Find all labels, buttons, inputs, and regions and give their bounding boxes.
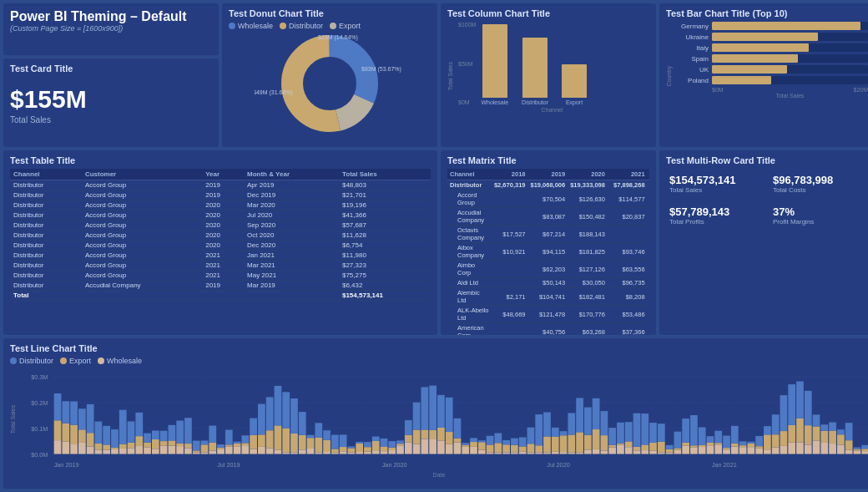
multirow-title: Test Multi-Row Card Title bbox=[666, 155, 868, 165]
matrix-header-row: Channel 2018 2019 2020 2021 Total bbox=[447, 169, 649, 180]
svg-rect-303 bbox=[820, 424, 828, 431]
hbar-fill-italy bbox=[712, 43, 809, 52]
svg-rect-105 bbox=[282, 392, 290, 428]
multirow-value-2: $57,789,143 bbox=[669, 205, 761, 218]
svg-text:$83M (53.67%): $83M (53.67%) bbox=[361, 66, 401, 73]
hbar-track-poland bbox=[712, 76, 868, 84]
svg-rect-91 bbox=[250, 449, 257, 454]
svg-rect-86 bbox=[234, 444, 241, 446]
svg-rect-178 bbox=[487, 452, 494, 454]
svg-rect-44 bbox=[119, 444, 127, 448]
table-row: DistributorAccord Group2021May 2021$75,2… bbox=[10, 271, 431, 281]
svg-rect-276 bbox=[747, 442, 754, 444]
svg-rect-151 bbox=[413, 444, 421, 454]
th-total-sales: Total Sales bbox=[339, 169, 431, 180]
svg-rect-67 bbox=[184, 448, 192, 454]
svg-rect-309 bbox=[837, 429, 845, 434]
svg-rect-197 bbox=[535, 445, 542, 452]
svg-rect-42 bbox=[111, 429, 119, 448]
svg-rect-148 bbox=[405, 443, 412, 454]
svg-rect-264 bbox=[714, 431, 722, 444]
table-row: DistributorAccord Group2020Oct 2020$11,6… bbox=[10, 231, 431, 241]
svg-rect-302 bbox=[820, 431, 828, 443]
svg-rect-45 bbox=[119, 410, 127, 444]
svg-rect-292 bbox=[796, 442, 804, 454]
svg-rect-54 bbox=[144, 434, 151, 443]
svg-rect-205 bbox=[560, 452, 568, 454]
data-table: Channel Customer Year Month & Year Total… bbox=[10, 169, 431, 301]
table-row: DistributorAccudial Company2019Mar 2019$… bbox=[10, 281, 431, 291]
legend-dot-export bbox=[330, 23, 336, 29]
svg-rect-286 bbox=[780, 446, 788, 454]
svg-rect-267 bbox=[723, 436, 730, 449]
svg-rect-239 bbox=[649, 443, 657, 450]
multirow-label-0: Total Sales bbox=[669, 186, 761, 194]
matrix-scroll[interactable]: Channel 2018 2019 2020 2021 Total Distri… bbox=[447, 169, 649, 335]
table-row: DistributorAccord Group2020Sep 2020$57,6… bbox=[10, 221, 431, 231]
column-x-label: Channel bbox=[455, 107, 649, 113]
svg-rect-29 bbox=[78, 429, 86, 443]
svg-rect-180 bbox=[487, 436, 494, 445]
svg-rect-184 bbox=[502, 452, 510, 454]
donut-svg: $49M (31.68%) $83M (53.67%) $23M (14.64%… bbox=[255, 29, 405, 138]
svg-rect-301 bbox=[820, 443, 828, 454]
svg-rect-82 bbox=[225, 446, 233, 454]
svg-rect-156 bbox=[421, 387, 429, 429]
svg-rect-153 bbox=[413, 403, 421, 430]
hbar-fill-poland bbox=[712, 76, 771, 84]
svg-rect-137 bbox=[372, 441, 380, 450]
svg-rect-183 bbox=[494, 433, 502, 443]
bar-chart-area: Country Germany Ukraine Italy Spain bbox=[666, 22, 868, 130]
table-row: DistributorAccord Group2020Jul 2020$41,3… bbox=[10, 210, 431, 221]
svg-rect-94 bbox=[258, 447, 265, 454]
svg-text:$0.1M: $0.1M bbox=[31, 425, 48, 433]
svg-rect-174 bbox=[470, 438, 477, 442]
svg-rect-130 bbox=[356, 452, 363, 454]
svg-rect-61 bbox=[169, 446, 176, 454]
matrix-table: Channel 2018 2019 2020 2021 Total Distri… bbox=[447, 169, 649, 335]
svg-rect-265 bbox=[723, 449, 730, 454]
svg-rect-62 bbox=[169, 440, 176, 445]
svg-rect-164 bbox=[446, 432, 453, 444]
column-chart-area: Total Sales $100M $50M $0M Wholesale bbox=[447, 22, 649, 130]
svg-rect-196 bbox=[535, 452, 542, 454]
line-svg-container: $0.3M $0.2M $0.1M $0.0M Jan 2019 Jul 201… bbox=[18, 368, 868, 471]
bar-series bbox=[54, 382, 868, 454]
svg-rect-56 bbox=[152, 439, 159, 449]
col-bar-wholesale: Wholesale bbox=[481, 24, 508, 105]
svg-rect-129 bbox=[348, 446, 356, 448]
svg-rect-159 bbox=[429, 386, 437, 430]
hbar-track-spain bbox=[712, 54, 868, 63]
svg-rect-251 bbox=[682, 443, 689, 446]
svg-rect-26 bbox=[70, 425, 78, 444]
svg-rect-141 bbox=[381, 439, 388, 447]
svg-rect-246 bbox=[666, 445, 674, 449]
svg-rect-285 bbox=[772, 414, 780, 434]
svg-rect-101 bbox=[275, 425, 282, 449]
svg-rect-64 bbox=[176, 446, 184, 454]
svg-rect-100 bbox=[275, 450, 282, 454]
svg-rect-241 bbox=[658, 452, 665, 454]
svg-rect-139 bbox=[381, 451, 388, 454]
hbar-spain: Spain bbox=[674, 54, 868, 63]
svg-rect-127 bbox=[348, 452, 356, 454]
svg-rect-306 bbox=[829, 422, 836, 430]
svg-rect-213 bbox=[576, 398, 583, 432]
svg-rect-124 bbox=[340, 451, 347, 454]
multirow-label-1: Total Costs bbox=[773, 186, 865, 194]
svg-rect-66 bbox=[176, 421, 184, 444]
svg-rect-74 bbox=[201, 444, 209, 452]
bar-distributor bbox=[522, 38, 548, 98]
svg-rect-194 bbox=[527, 444, 535, 452]
table-row: DistributorAccord Group2020Mar 2020$19,1… bbox=[10, 200, 431, 210]
th-year: Year bbox=[202, 169, 244, 180]
svg-rect-30 bbox=[78, 408, 86, 429]
matrix-row: American Corp$40,756$63,268$37,366$141,3… bbox=[447, 323, 649, 336]
svg-rect-310 bbox=[845, 450, 853, 454]
svg-rect-39 bbox=[103, 426, 110, 445]
table-scroll[interactable]: Channel Customer Year Month & Year Total… bbox=[10, 169, 431, 301]
svg-rect-109 bbox=[299, 449, 306, 454]
svg-rect-248 bbox=[674, 448, 682, 449]
svg-rect-112 bbox=[307, 449, 315, 454]
svg-rect-237 bbox=[641, 413, 648, 444]
